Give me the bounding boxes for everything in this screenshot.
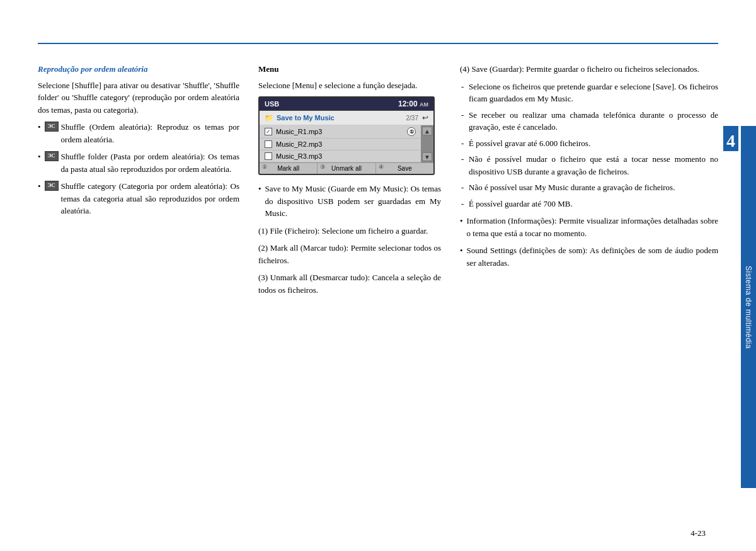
bullet-dot: • [38, 180, 41, 193]
bullet-dot: • [460, 244, 463, 257]
list-item-text: Shuffle folder (Pasta por ordem aleatóri… [61, 151, 239, 175]
chapter-tab: Sistema de multimédia [741, 126, 756, 488]
time-digits: 12:00 [398, 99, 418, 108]
bullet-dot: • [460, 215, 463, 227]
save-label: Save [398, 165, 412, 172]
dash-item-6: É possível guardar até 700 MB. [460, 198, 718, 210]
mark-all-label: Mark all [277, 165, 299, 172]
file-checkbox-2[interactable] [265, 140, 272, 148]
usb-label: USB [265, 100, 279, 108]
usb-main-content: Music_R1.mp3 ① Music_R2.mp3 Music_R3.mp3… [260, 125, 433, 162]
unmark-all-num: ③ [320, 164, 325, 170]
usb-save-title: Save to My Music [277, 114, 406, 122]
dash-item-1: Selecione os ficheiros que pretende guar… [460, 81, 718, 105]
scroll-up-button[interactable]: ▲ [422, 127, 432, 135]
numbered-item-3: (3) Unmark all (Desmarcar tudo): Cancela… [258, 271, 441, 296]
file-name-1: Music_R1.mp3 [276, 128, 407, 135]
unmark-all-label: Unmark all [331, 165, 362, 172]
shuffle-icon-1: ЭС [45, 122, 59, 132]
dash-list: Selecione os ficheiros que pretende guar… [460, 81, 718, 210]
usb-file-row-2[interactable]: Music_R2.mp3 [260, 139, 421, 151]
list-item-text: Shuffle (Ordem aleatória): Reproduz os t… [61, 121, 239, 145]
usb-title-row: 📁 Save to My Music 2/37 ↩ [260, 111, 433, 125]
dash-item-2: Se receber ou realizar uma chamada telef… [460, 109, 718, 133]
list-item: • ЭС Shuffle folder (Pasta por ordem ale… [38, 151, 239, 175]
file-checkbox-1[interactable] [265, 128, 272, 135]
file-name-3: Music_R3.mp3 [276, 152, 416, 160]
left-heading: Reprodução por ordem aleatória [38, 63, 239, 76]
usb-header: USB 12:00 AM [260, 98, 433, 111]
numbered-item-2: (2) Mark all (Marcar tudo): Permite sele… [258, 242, 441, 266]
bullet-dot: • [38, 121, 41, 133]
mark-all-num: ② [262, 164, 267, 170]
left-bullet-list: • ЭС Shuffle (Ordem aleatória): Reproduz… [38, 121, 239, 217]
list-item-text: Information (Informações): Permite visua… [467, 215, 718, 239]
middle-bullet-list: • Save to My Music (Guarde em My Music):… [258, 183, 441, 220]
list-item: • Save to My Music (Guarde em My Music):… [258, 183, 441, 220]
list-item-text: Sound Settings (definições de som): As d… [467, 244, 718, 269]
list-item-text: Save to My Music (Guarde em My Music): O… [265, 183, 441, 220]
usb-action-bar: ② Mark all ③ Unmark all ④ Save [260, 162, 433, 174]
top-divider-line [38, 43, 718, 44]
left-intro: Selecione [Shuffle] para ativar ou desat… [38, 79, 239, 116]
left-column: Reprodução por ordem aleatória Selecione… [38, 63, 252, 520]
right-bullet-2: • Sound Settings (definições de som): As… [460, 244, 718, 269]
middle-heading: Menu [258, 63, 441, 76]
shuffle-icon-3: ЭС [45, 181, 59, 191]
usb-file-row-3[interactable]: Music_R3.mp3 [260, 151, 421, 162]
middle-column: Menu Selecione [Menu] e selecione a funç… [252, 63, 454, 520]
chapter-number: 4 [723, 126, 738, 151]
mark-all-button[interactable]: ② Mark all [260, 163, 318, 174]
usb-file-row-1[interactable]: Music_R1.mp3 ① [260, 125, 421, 139]
usb-count: 2/37 [406, 115, 418, 122]
dash-item-3: É possível gravar até 6.000 ficheiros. [460, 137, 718, 150]
bullet-dot: • [258, 183, 261, 195]
save-button[interactable]: ④ Save [376, 163, 433, 174]
unmark-all-button[interactable]: ③ Unmark all [318, 163, 375, 174]
right-bullet-1: • Information (Informações): Permite vis… [460, 215, 718, 239]
dash-item-5: Não é possível usar My Music durante a g… [460, 181, 718, 194]
bullet-dot: • [38, 151, 41, 163]
right-column: (4) Save (Guardar): Permite guardar o fi… [454, 63, 718, 520]
shuffle-icon-2: ЭС [45, 151, 59, 161]
page-number: 4-23 [690, 528, 706, 538]
right-bullet-list: • Information (Informações): Permite vis… [460, 215, 718, 269]
usb-screen: USB 12:00 AM 📁 Save to My Music 2/37 ↩ M… [258, 96, 435, 175]
numbered-item-1: (1) File (Ficheiro): Selecione um fichei… [258, 225, 441, 237]
file-badge-1: ① [407, 127, 416, 136]
save-num: ④ [379, 164, 384, 170]
usb-back-icon[interactable]: ↩ [422, 113, 428, 122]
time-am: AM [420, 101, 428, 108]
dash-item-4: Não é possível mudar o ficheiro que está… [460, 153, 718, 178]
folder-icon: 📁 [265, 114, 273, 122]
file-name-2: Music_R2.mp3 [276, 140, 416, 148]
main-content: Reprodução por ordem aleatória Selecione… [38, 63, 718, 520]
scroll-down-button[interactable]: ▼ [422, 152, 432, 161]
list-item: • ЭС Shuffle category (Categoria por ord… [38, 180, 239, 217]
chapter-tab-label: Sistema de multimédia [744, 266, 753, 349]
usb-time: 12:00 AM [398, 99, 428, 108]
usb-file-list: Music_R1.mp3 ① Music_R2.mp3 Music_R3.mp3 [260, 125, 421, 162]
file-checkbox-3[interactable] [265, 152, 272, 160]
numbered-item-4: (4) Save (Guardar): Permite guardar o fi… [460, 63, 718, 76]
middle-intro: Selecione [Menu] e selecione a função de… [258, 79, 441, 92]
list-item: • ЭС Shuffle (Ordem aleatória): Reproduz… [38, 121, 239, 145]
list-item-text: Shuffle category (Categoria por ordem al… [61, 180, 239, 217]
usb-scrollbar: ▲ ▼ [421, 125, 433, 162]
